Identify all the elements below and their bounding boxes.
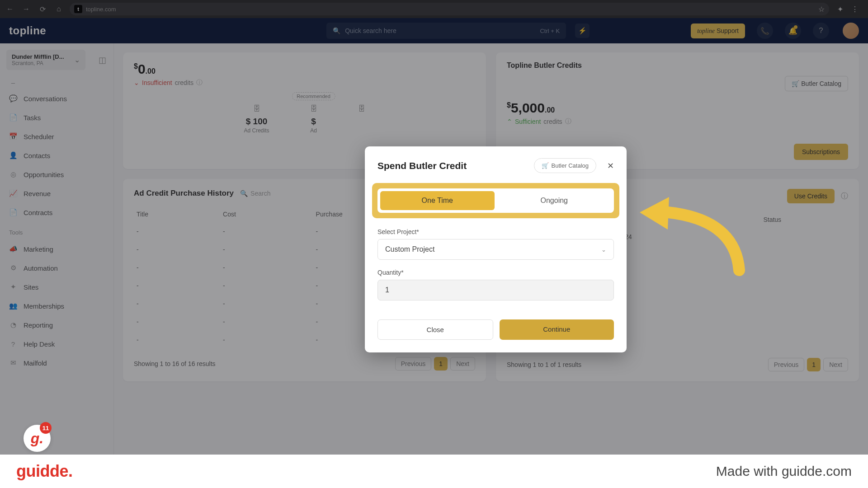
modal-catalog-button[interactable]: 🛒 Butler Catalog	[534, 158, 596, 173]
ad-balance-amount: 0	[138, 61, 146, 76]
sidebar-item-helpdesk[interactable]: ?Help Desk	[0, 334, 113, 353]
workspace-name: Dunder Mifflin [D...	[12, 53, 71, 60]
target-icon: ◎	[9, 170, 17, 178]
prev-button[interactable]: Previous	[768, 358, 804, 371]
next-button[interactable]: Next	[823, 358, 848, 371]
ad-history-title: Ad Credit Purchase History	[134, 189, 234, 198]
global-search[interactable]: 🔍 Quick search here Ctrl + K	[326, 23, 566, 39]
workspace-location: Scranton, PA	[12, 60, 71, 66]
tab-ongoing[interactable]: Ongoing	[497, 191, 612, 210]
search-ph: Search	[250, 190, 270, 197]
forward-icon[interactable]: →	[21, 4, 32, 14]
butler-title: Topline Butler Credits	[507, 61, 848, 70]
back-icon[interactable]: ←	[5, 4, 15, 14]
frequency-tabs: One Time Ongoing	[380, 191, 611, 210]
bookmark-star-icon[interactable]: ☆	[818, 5, 825, 14]
chevron-down-icon: ⌄	[134, 79, 139, 86]
nav-label: Mailfold	[24, 359, 47, 367]
guidde-wordmark: guidde.	[16, 462, 73, 481]
nav-tools: 📣Marketing ⚙Automation ✦Sites 👥Membershi…	[0, 238, 113, 374]
person-icon: 👤	[9, 151, 17, 160]
continue-button[interactable]: Continue	[500, 319, 614, 340]
app-header: topline 🔍 Quick search here Ctrl + K ⚡ t…	[0, 18, 868, 43]
credit-tile-rec[interactable]: Recommended 🗄 $ Ad	[310, 105, 317, 134]
info-icon[interactable]: ⓘ	[196, 79, 203, 87]
credit-tile-3[interactable]: 🗄	[358, 105, 365, 134]
tile-price: $ 100	[244, 117, 269, 127]
chevron-up-icon: ⌃	[507, 118, 512, 125]
browser-menu-icon[interactable]: ⋮	[851, 5, 859, 14]
lightning-icon[interactable]: ⚡	[575, 23, 590, 38]
quantity-label: Quantity*	[377, 269, 614, 276]
calendar-icon: 📅	[9, 132, 17, 141]
nav-label: Help Desk	[24, 340, 55, 348]
sidebar-item-contracts[interactable]: 📄Contracts	[0, 203, 113, 222]
sidebar-item-mailfold[interactable]: ✉Mailfold	[0, 353, 113, 372]
subscriptions-button[interactable]: Subscriptions	[794, 144, 848, 160]
quantity-input[interactable]	[377, 280, 614, 300]
sidebar-item-opportunities[interactable]: ◎Opportunities	[0, 165, 113, 184]
nav-label: Contacts	[24, 152, 50, 160]
home-icon[interactable]: ⌂	[53, 4, 64, 14]
sidebar-item-revenue[interactable]: 📈Revenue	[0, 184, 113, 203]
favicon-icon: t	[74, 5, 82, 13]
sidebar-collapse-icon[interactable]: ◫	[99, 55, 106, 65]
sidebar-item-memberships[interactable]: 👥Memberships	[0, 296, 113, 315]
project-value: Custom Project	[385, 245, 434, 253]
recommended-badge: Recommended	[292, 92, 335, 100]
chevron-down-icon: ⌄	[601, 246, 606, 253]
info-icon[interactable]: ⓘ	[565, 117, 571, 126]
nav-label: Opportunities	[24, 171, 64, 178]
close-icon[interactable]: ✕	[607, 161, 614, 171]
spend-credit-modal: Spend Butler Credit 🛒 Butler Catalog ✕ O…	[365, 146, 627, 352]
project-select[interactable]: Custom Project ⌄	[377, 239, 614, 260]
butler-catalog-button[interactable]: 🛒 Butler Catalog	[785, 76, 848, 91]
mail-icon: ✉	[9, 359, 17, 367]
support-button[interactable]: topline topline SupportSupport	[691, 23, 745, 38]
ad-pager: Showing 1 to 16 of 16 results Previous 1…	[134, 357, 475, 371]
guidde-badge: 11	[40, 422, 52, 434]
page-number[interactable]: 1	[807, 358, 821, 371]
chat-icon: 💬	[9, 94, 17, 103]
notification-dot	[794, 25, 797, 29]
close-button[interactable]: Close	[377, 319, 493, 340]
help-icon[interactable]: ?	[813, 23, 829, 39]
megaphone-icon: 📣	[9, 245, 17, 253]
extensions-icon[interactable]: ✦	[837, 5, 843, 14]
search-placeholder: Quick search here	[345, 27, 396, 34]
info-icon[interactable]: ⓘ	[841, 192, 848, 201]
tile-label: Ad Credits	[244, 127, 269, 134]
prev-button[interactable]: Previous	[395, 357, 431, 371]
nav-label: Sites	[24, 283, 38, 291]
nav-label: Contracts	[24, 209, 52, 216]
sidebar-item-marketing[interactable]: 📣Marketing	[0, 239, 113, 258]
sidebar-item-scheduler[interactable]: 📅Scheduler	[0, 127, 113, 146]
url-text: topline.com	[86, 6, 116, 13]
bell-icon[interactable]: 🔔	[785, 23, 801, 39]
sidebar-item-contacts[interactable]: 👤Contacts	[0, 146, 113, 165]
sidebar-item-tasks[interactable]: 📄Tasks	[0, 108, 113, 127]
chart-icon: 📈	[9, 189, 17, 197]
page-number[interactable]: 1	[434, 357, 448, 371]
nav-label: Memberships	[24, 302, 64, 310]
workspace-switcher[interactable]: Dunder Mifflin [D... Scranton, PA ⌄	[6, 50, 85, 70]
sidebar-item-conversations[interactable]: 💬Conversations	[0, 89, 113, 108]
sidebar-item-sites[interactable]: ✦Sites	[0, 277, 113, 296]
sidebar-item-automation[interactable]: ⚙Automation	[0, 258, 113, 277]
col-cost: Cost	[220, 206, 313, 222]
url-bar[interactable]: t topline.com ☆	[70, 3, 829, 15]
search-shortcut: Ctrl + K	[540, 28, 560, 34]
avatar[interactable]	[843, 23, 859, 39]
credit-tile-100[interactable]: 🗄 $ 100 Ad Credits	[244, 105, 269, 134]
stack-icon: 🗄	[244, 105, 269, 113]
phone-icon[interactable]: 📞	[757, 23, 773, 39]
reload-icon[interactable]: ⟳	[37, 4, 48, 14]
use-credits-button[interactable]: Use Credits	[787, 189, 835, 203]
next-button[interactable]: Next	[450, 357, 475, 371]
nav-item-truncated[interactable]: –	[0, 78, 113, 89]
tab-one-time[interactable]: One Time	[380, 191, 495, 210]
nav-label: Automation	[24, 264, 58, 272]
sidebar-item-reporting[interactable]: ◔Reporting	[0, 315, 113, 334]
doc-icon: 📄	[9, 208, 17, 216]
sidebar: Dunder Mifflin [D... Scranton, PA ⌄ – 💬C…	[0, 43, 114, 488]
